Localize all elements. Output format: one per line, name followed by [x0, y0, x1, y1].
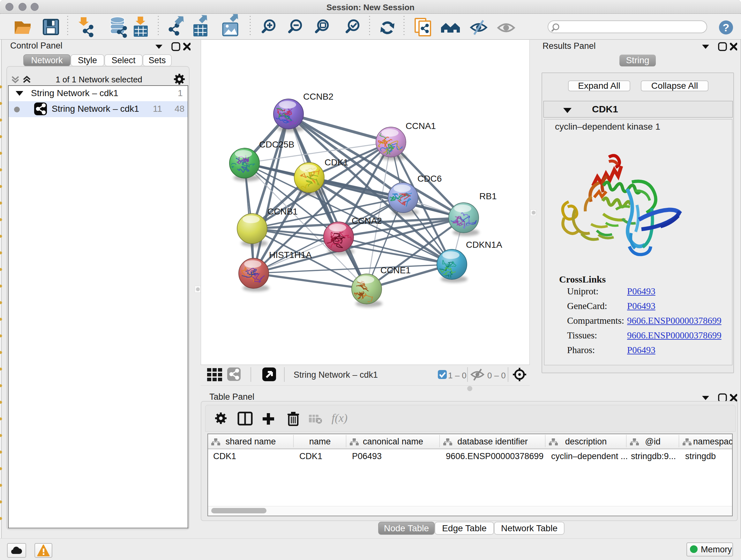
svg-text:CCNA2: CCNA2 — [352, 216, 382, 226]
svg-text:HIST1H1A: HIST1H1A — [269, 250, 312, 260]
svg-text:CCNE1: CCNE1 — [381, 265, 411, 275]
svg-text:CDK1: CDK1 — [325, 158, 348, 167]
svg-text:RB1: RB1 — [479, 191, 496, 201]
svg-text:CCNB1: CCNB1 — [267, 206, 298, 216]
svg-text:CCNB2: CCNB2 — [303, 91, 333, 102]
svg-text:CDKN1A: CDKN1A — [466, 240, 502, 250]
svg-text:CDC25B: CDC25B — [259, 139, 294, 149]
svg-text:CDC6: CDC6 — [417, 174, 442, 184]
svg-text:CCNA1: CCNA1 — [406, 121, 436, 131]
svg-text:?: ? — [723, 21, 730, 34]
